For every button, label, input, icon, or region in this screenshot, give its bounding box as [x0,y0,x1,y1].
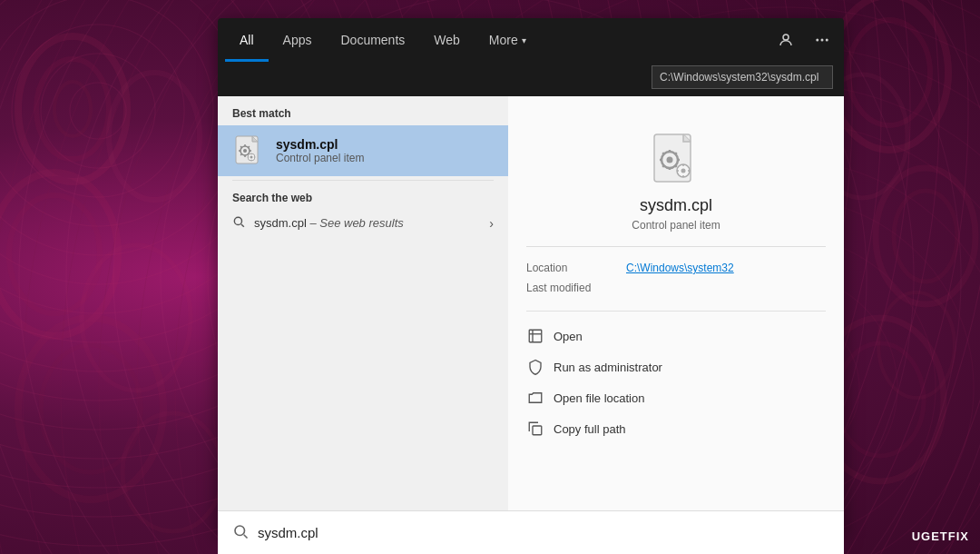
svg-rect-58 [529,330,542,342]
more-options-btn[interactable] [808,25,837,54]
svg-line-29 [240,146,241,147]
modified-label: Last modified [526,282,626,294]
open-icon [526,327,544,345]
cpl-file-icon [232,134,265,167]
bottom-search-text: sysdm.cpl [258,525,318,540]
tab-documents[interactable]: Documents [326,18,419,62]
folder-icon [526,389,544,407]
tab-documents-label: Documents [340,33,405,47]
best-match-subtitle: Control panel item [276,152,494,164]
search-path-row [218,62,844,96]
location-label: Location [526,262,626,274]
svg-point-1 [36,59,109,159]
web-result-text: sysdm.cpl – See web results [254,216,480,230]
web-suffix: – See web results [307,216,404,230]
best-match-label: Best match [218,96,508,125]
best-match-text: sysdm.cpl Control panel item [276,137,494,164]
svg-point-24 [243,149,247,153]
svg-point-20 [821,39,824,42]
action-open[interactable]: Open [526,321,826,351]
svg-line-50 [662,165,664,167]
best-match-title: sysdm.cpl [276,137,494,152]
copy-icon [526,420,544,438]
app-type: Control panel item [632,219,720,232]
tab-apps-label: Apps [283,33,312,47]
person-icon [778,32,794,48]
best-match-item[interactable]: sysdm.cpl Control panel item [218,125,508,176]
web-result-item[interactable]: sysdm.cpl – See web results › [218,208,508,238]
tab-more-label: More [489,33,518,47]
nav-tabs: All Apps Documents Web More ▾ [225,18,771,62]
svg-line-61 [244,534,248,538]
action-run-admin[interactable]: Run as administrator [526,351,826,382]
sysdm-icon [232,134,265,167]
search-panel: All Apps Documents Web More ▾ [218,18,844,536]
tab-all-label: All [240,33,254,47]
web-search-icon [232,215,245,231]
svg-line-31 [240,154,241,155]
action-copy-label: Copy full path [554,422,626,436]
location-row: Location C:\Windows\system32 [526,262,826,274]
search-path-input[interactable] [652,65,833,89]
svg-line-49 [675,165,677,167]
app-name: sysdm.cpl [640,196,712,215]
svg-point-2 [54,82,91,136]
svg-line-51 [675,153,677,154]
app-preview: sysdm.cpl Control panel item [526,114,826,247]
app-large-icon [649,133,703,187]
svg-point-18 [783,35,789,40]
meta-divider [526,311,826,312]
nav-icons [771,25,837,54]
tab-web-label: Web [434,33,460,47]
action-location-label: Open file location [554,391,644,405]
svg-rect-59 [533,426,542,435]
bottom-search-bar: sysdm.cpl [218,510,844,554]
right-panel: sysdm.cpl Control panel item Location C:… [508,96,844,536]
tab-all[interactable]: All [225,18,269,62]
svg-point-21 [826,39,828,42]
svg-point-43 [667,157,673,163]
svg-point-53 [681,169,686,173]
svg-point-13 [894,191,957,282]
tab-more[interactable]: More ▾ [475,18,541,62]
chevron-down-icon: ▾ [522,35,526,45]
svg-line-48 [662,153,664,154]
svg-point-60 [235,526,245,536]
svg-line-40 [241,224,244,227]
nav-bar: All Apps Documents Web More ▾ [218,18,844,62]
tab-web[interactable]: Web [419,18,475,62]
person-icon-btn[interactable] [771,25,800,54]
action-open-location[interactable]: Open file location [526,382,826,413]
watermark: UGETFIX [912,529,969,543]
action-copy-path[interactable]: Copy full path [526,413,826,444]
watermark-text: UGETFIX [912,529,969,543]
left-panel: Best match [218,96,508,536]
chevron-right-icon: › [489,216,494,231]
shield-icon [526,358,544,376]
action-admin-label: Run as administrator [554,361,662,374]
modified-row: Last modified [526,282,826,294]
divider [232,180,494,181]
main-content: Best match [218,96,844,536]
svg-point-39 [234,217,241,224]
more-dots-icon [814,32,830,48]
tab-apps[interactable]: Apps [269,18,327,62]
svg-point-9 [122,413,222,531]
svg-point-19 [816,39,818,42]
svg-line-32 [249,146,250,147]
bottom-search-icon [232,523,249,543]
location-value[interactable]: C:\Windows\system32 [626,262,734,274]
action-open-label: Open [554,330,583,343]
svg-point-34 [250,156,253,159]
web-query: sysdm.cpl [254,216,307,230]
web-section-label: Search the web [218,184,508,208]
